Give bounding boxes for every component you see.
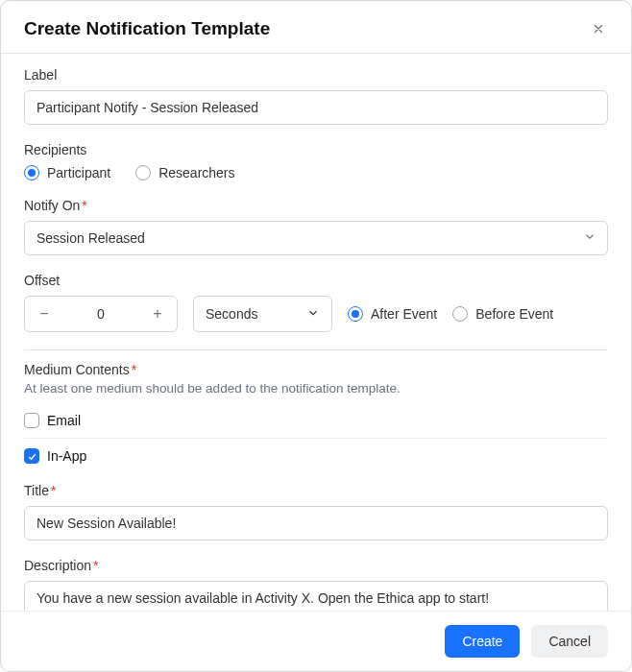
medium-heading-text: Medium Contents bbox=[24, 362, 130, 377]
radio-label: After Event bbox=[371, 306, 437, 322]
description-textarea[interactable] bbox=[24, 581, 608, 611]
required-icon: * bbox=[132, 362, 136, 377]
notify-on-heading-text: Notify On bbox=[24, 198, 80, 213]
offset-stepper: − 0 + bbox=[24, 296, 178, 332]
recipient-participant-radio[interactable]: Participant bbox=[24, 165, 110, 180]
modal-footer: Create Cancel bbox=[1, 611, 631, 671]
required-icon: * bbox=[82, 198, 86, 213]
email-checkbox[interactable] bbox=[24, 413, 39, 428]
medium-section: Medium Contents* At least one medium sho… bbox=[24, 362, 608, 473]
inapp-label: In-App bbox=[47, 448, 86, 464]
modal-title: Create Notification Template bbox=[24, 18, 270, 39]
recipients-heading: Recipients bbox=[24, 142, 608, 157]
inapp-checkbox[interactable] bbox=[24, 448, 39, 464]
radio-icon bbox=[348, 306, 363, 322]
chevron-down-icon bbox=[306, 306, 320, 323]
email-label: Email bbox=[47, 413, 81, 428]
offset-section: Offset − 0 + Seconds After Event bbox=[24, 273, 608, 332]
radio-icon bbox=[24, 165, 39, 180]
label-section: Label bbox=[24, 67, 608, 125]
modal-header: Create Notification Template bbox=[1, 1, 631, 54]
title-input[interactable] bbox=[24, 506, 608, 540]
title-heading: Title* bbox=[24, 483, 608, 498]
close-icon[interactable] bbox=[589, 19, 608, 38]
notify-on-value: Session Released bbox=[36, 230, 145, 246]
timing-after-radio[interactable]: After Event bbox=[348, 306, 437, 322]
title-section: Title* bbox=[24, 483, 608, 540]
radio-icon bbox=[452, 306, 468, 322]
notify-on-section: Notify On* Session Released bbox=[24, 198, 608, 255]
offset-decrement-button[interactable]: − bbox=[25, 297, 63, 331]
notify-on-select[interactable]: Session Released bbox=[24, 221, 608, 255]
description-heading-text: Description bbox=[24, 558, 91, 573]
create-button[interactable]: Create bbox=[445, 625, 520, 658]
recipient-researchers-radio[interactable]: Researchers bbox=[135, 165, 234, 180]
notify-on-heading: Notify On* bbox=[24, 198, 608, 213]
medium-helper-text: At least one medium should be added to t… bbox=[24, 381, 608, 396]
create-notification-modal: Create Notification Template Label Recip… bbox=[0, 0, 632, 672]
offset-value: 0 bbox=[63, 306, 138, 322]
label-input[interactable] bbox=[24, 90, 608, 125]
title-heading-text: Title bbox=[24, 483, 49, 498]
description-heading: Description* bbox=[24, 558, 608, 573]
required-icon: * bbox=[51, 483, 56, 498]
description-section: Description* bbox=[24, 558, 608, 611]
offset-unit-select[interactable]: Seconds bbox=[193, 296, 332, 332]
radio-label: Participant bbox=[47, 165, 110, 180]
modal-body: Label Recipients Participant Researchers… bbox=[1, 54, 631, 611]
medium-heading: Medium Contents* bbox=[24, 362, 608, 377]
radio-label: Researchers bbox=[158, 165, 234, 180]
offset-unit-value: Seconds bbox=[206, 306, 257, 322]
offset-heading: Offset bbox=[24, 273, 608, 288]
timing-before-radio[interactable]: Before Event bbox=[452, 306, 553, 322]
offset-increment-button[interactable]: + bbox=[138, 297, 177, 331]
label-heading: Label bbox=[24, 67, 608, 83]
recipients-section: Recipients Participant Researchers bbox=[24, 142, 608, 180]
divider bbox=[24, 349, 608, 350]
radio-label: Before Event bbox=[475, 306, 553, 322]
cancel-button[interactable]: Cancel bbox=[531, 625, 608, 658]
radio-icon bbox=[135, 165, 151, 180]
required-icon: * bbox=[93, 558, 98, 573]
